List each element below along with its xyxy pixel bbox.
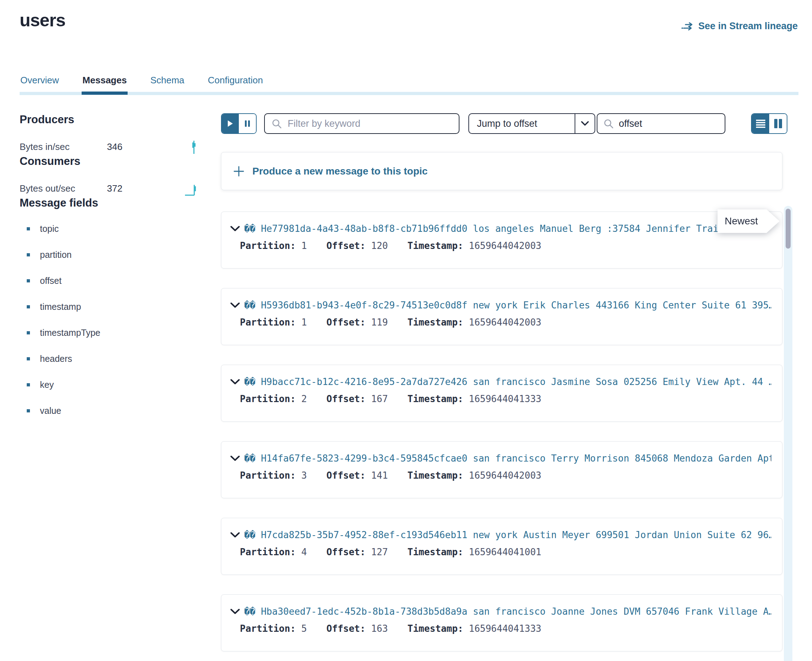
field-label: partition — [40, 250, 72, 260]
message-timestamp: Timestamp: 1659644041333 — [407, 394, 541, 404]
partition-label: Partition: — [240, 470, 301, 481]
message-meta: Partition: 2Offset: 167Timestamp: 165964… — [240, 394, 771, 404]
message-key: �� H9bacc71c-b12c-4216-8e95-2a7da727e426… — [244, 377, 771, 387]
play-icon — [227, 120, 233, 127]
expand-chevron-icon[interactable] — [230, 609, 240, 614]
tab-schema[interactable]: Schema — [150, 75, 185, 86]
jump-to-offset-select[interactable]: Jump to offset — [468, 113, 595, 134]
producers-heading: Producers — [19, 113, 201, 126]
messages-toolbar: Jump to offset — [221, 113, 787, 134]
field-label: value — [40, 406, 61, 416]
message-card[interactable]: �� H7cda825b-35b7-4952-88ef-c193d546eb11… — [221, 518, 782, 575]
consumers-heading: Consumers — [19, 155, 201, 168]
partition-value: 2 — [301, 394, 307, 404]
message-key: �� H7cda825b-35b7-4952-88ef-c193d546eb11… — [244, 530, 771, 540]
sidebar: Producers Bytes in/sec 346 Consumers Byt… — [19, 113, 201, 432]
field-label: timestampType — [40, 328, 101, 338]
partition-label: Partition: — [240, 317, 301, 328]
messages-scrollbar-thumb[interactable] — [786, 209, 791, 249]
field-item-key: key — [19, 380, 201, 390]
tab-configuration[interactable]: Configuration — [207, 75, 264, 86]
message-card[interactable]: �� H5936db81-b943-4e0f-8c29-74513e0c0d8f… — [221, 288, 782, 345]
message-key: �� Hba30eed7-1edc-452b-8b1a-738d3b5d8a9a… — [244, 606, 771, 617]
timestamp-label: Timestamp: — [407, 394, 469, 404]
message-meta: Partition: 1Offset: 120Timestamp: 165964… — [240, 240, 771, 251]
stream-lineage-link[interactable]: See in Stream lineage — [681, 21, 798, 32]
stream-lineage-label: See in Stream lineage — [698, 21, 798, 32]
message-card[interactable]: �� H14fa67fe-5823-4299-b3c4-595845cfcae0… — [221, 441, 782, 498]
tab-overview[interactable]: Overview — [19, 75, 59, 86]
expand-chevron-icon[interactable] — [230, 455, 240, 461]
timestamp-label: Timestamp: — [407, 470, 469, 481]
message-meta: Partition: 3Offset: 141Timestamp: 165964… — [240, 470, 771, 481]
offset-label: Offset: — [327, 623, 371, 634]
offset-value: 167 — [371, 394, 388, 404]
field-label: headers — [40, 354, 72, 364]
message-key: �� H14fa67fe-5823-4299-b3c4-595845cfcae0… — [244, 453, 771, 464]
message-timestamp: Timestamp: 1659644042003 — [407, 317, 541, 328]
tab-track — [19, 92, 798, 95]
view-mode-toggle — [751, 113, 787, 134]
expand-chevron-icon[interactable] — [230, 302, 240, 308]
partition-value: 3 — [301, 470, 307, 481]
produce-message-button[interactable]: Produce a new message to this topic — [221, 152, 782, 190]
list-view-button[interactable] — [752, 114, 769, 133]
timestamp-value: 1659644042003 — [469, 470, 541, 481]
pause-button[interactable] — [239, 114, 256, 133]
produce-message-label: Produce a new message to this topic — [252, 166, 428, 177]
offset-label: Offset: — [327, 547, 371, 557]
field-bullet — [27, 331, 30, 334]
bytes-out-sparkline — [185, 180, 201, 196]
expand-chevron-icon[interactable] — [230, 379, 240, 385]
messages-panel: Jump to offset — [221, 113, 787, 651]
message-key: �� H5936db81-b943-4e0f-8c29-74513e0c0d8f… — [244, 300, 771, 311]
message-offset: Offset: 120 — [327, 240, 388, 251]
message-list: �� He77981da-4a43-48ab-b8f8-cb71b96ffdd0… — [221, 212, 787, 651]
bytes-in-metric: Bytes in/sec 346 — [19, 139, 201, 155]
column-view-icon — [774, 118, 782, 129]
tab-messages[interactable]: Messages — [82, 75, 127, 86]
field-label: timestamp — [40, 302, 81, 312]
bytes-in-label: Bytes in/sec — [19, 141, 107, 152]
expand-chevron-icon[interactable] — [230, 226, 240, 232]
field-label: key — [40, 380, 54, 390]
plus-icon — [233, 166, 245, 177]
bytes-out-value: 372 — [107, 183, 122, 194]
field-item-value: value — [19, 406, 201, 416]
message-timestamp: Timestamp: 1659644041333 — [407, 623, 541, 634]
timestamp-value: 1659644041333 — [469, 623, 541, 634]
column-view-button[interactable] — [769, 114, 787, 133]
message-fields-heading: Message fields — [19, 196, 201, 209]
list-view-icon — [756, 119, 766, 128]
field-item-offset: offset — [19, 276, 201, 286]
field-label: topic — [40, 224, 59, 234]
offset-value: 163 — [371, 623, 388, 634]
field-item-timestamp: timestamp — [19, 302, 201, 312]
message-partition: Partition: 4 — [240, 547, 307, 557]
live-consume-toggle — [221, 113, 257, 134]
partition-value: 1 — [301, 240, 307, 251]
message-key: �� He77981da-4a43-48ab-b8f8-cb71b96ffdd0… — [244, 223, 771, 234]
message-card[interactable]: �� He77981da-4a43-48ab-b8f8-cb71b96ffdd0… — [221, 212, 782, 268]
offset-label: Offset: — [327, 394, 371, 404]
messages-scrollbar-track[interactable] — [784, 206, 793, 661]
field-bullet — [27, 227, 30, 230]
message-offset: Offset: 127 — [327, 547, 388, 557]
play-button[interactable] — [222, 114, 239, 133]
offset-input[interactable] — [597, 113, 726, 134]
timestamp-label: Timestamp: — [407, 317, 469, 328]
partition-label: Partition: — [240, 623, 301, 634]
filter-input[interactable] — [264, 113, 460, 134]
partition-label: Partition: — [240, 240, 301, 251]
message-card[interactable]: �� H9bacc71c-b12c-4216-8e95-2a7da727e426… — [221, 365, 782, 422]
message-offset: Offset: 167 — [327, 394, 388, 404]
tab-bar: OverviewMessagesSchemaConfiguration — [19, 75, 798, 95]
field-bullet — [27, 357, 30, 361]
message-card[interactable]: �� Hba30eed7-1edc-452b-8b1a-738d3b5d8a9a… — [221, 594, 782, 651]
message-partition: Partition: 5 — [240, 623, 307, 634]
field-label: offset — [40, 276, 62, 286]
expand-chevron-icon[interactable] — [230, 532, 240, 538]
bytes-out-label: Bytes out/sec — [19, 183, 107, 194]
offset-value: 119 — [371, 317, 388, 328]
message-offset: Offset: 119 — [327, 317, 388, 328]
